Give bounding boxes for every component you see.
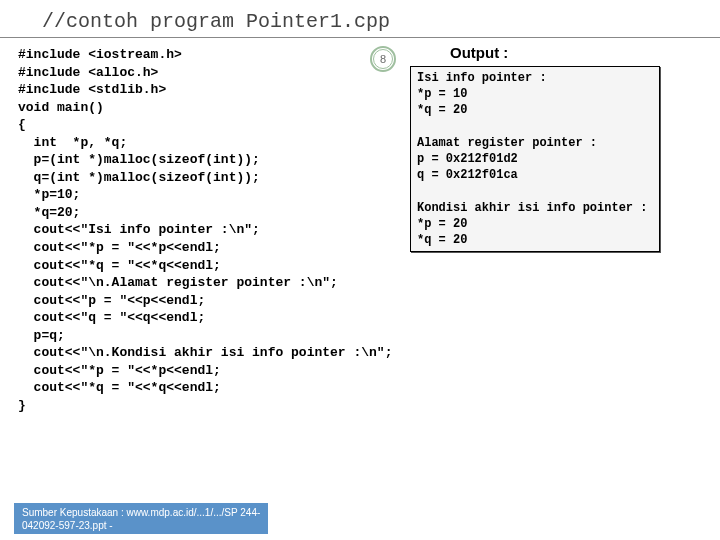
badge-number: 8 (373, 49, 393, 69)
page-badge: 8 (370, 46, 396, 72)
footer-line-1: Sumber Kepustakaan : www.mdp.ac.id/...1/… (22, 507, 260, 518)
output-label: Output : (450, 44, 508, 61)
slide-title: //contoh program Pointer1.cpp (0, 0, 720, 37)
output-box: Isi info pointer : *p = 10 *q = 20 Alama… (410, 66, 660, 252)
footer-line-2: 042092-597-23.ppt - (22, 520, 113, 531)
footer-citation: Sumber Kepustakaan : www.mdp.ac.id/...1/… (14, 503, 268, 534)
content-area: #include <iostream.h> #include <alloc.h>… (0, 38, 720, 414)
